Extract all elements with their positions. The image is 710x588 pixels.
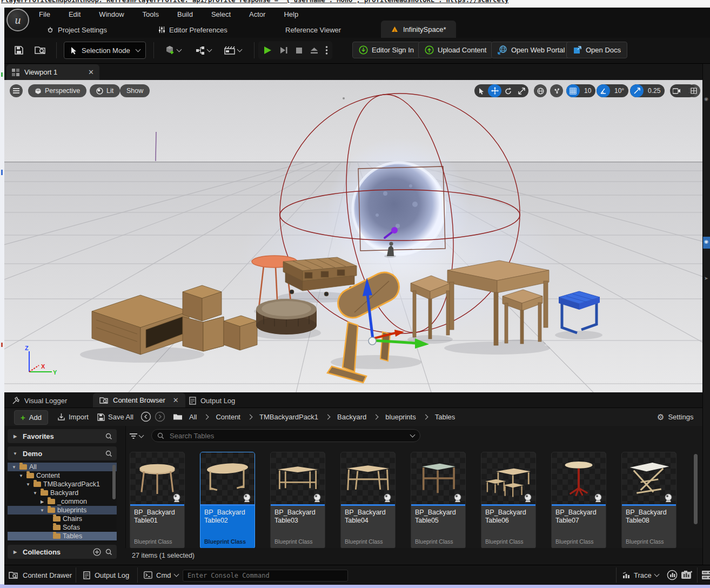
tree-arrow-icon[interactable]: ▼ [11, 465, 17, 470]
nav-back-button[interactable] [140, 411, 151, 422]
tree-item-all[interactable]: ▼ All [8, 463, 117, 471]
rotation-snap-icon[interactable] [597, 84, 610, 97]
viewport-tab-close-icon[interactable]: ✕ [88, 68, 94, 76]
tree-item-chairs[interactable]: Chairs [8, 514, 117, 523]
eject-button[interactable] [310, 46, 319, 55]
upload-content-button[interactable]: Upload Content [418, 42, 493, 58]
blueprints-button[interactable] [192, 43, 214, 58]
cmd-dropdown[interactable]: Cmd [144, 568, 178, 582]
asset-tile-bp-backyardtable05[interactable]: BP_BackyardTable05 Blueprint Class [411, 452, 466, 549]
tab-output-log[interactable]: Output Log [183, 393, 242, 408]
search-icon[interactable] [105, 433, 112, 440]
asset-tile-bp-backyardtable04[interactable]: BP_BackyardTable04 Blueprint Class [340, 452, 396, 549]
browse-content-button[interactable] [32, 43, 49, 57]
tree-scrollbar[interactable] [112, 465, 116, 499]
tree-arrow-icon[interactable]: ▼ [18, 473, 24, 478]
save-level-button[interactable] [12, 43, 26, 57]
search-input[interactable] [169, 431, 406, 440]
stop-button[interactable] [295, 46, 303, 55]
tree-item-tables[interactable]: Tables [8, 532, 117, 540]
tab-content-browser[interactable]: Content Browser ✕ [93, 393, 185, 407]
console-command-input[interactable] [183, 570, 348, 582]
search-icon[interactable] [105, 549, 112, 556]
viewport[interactable]: Z X Y Perspective [4, 80, 702, 392]
rotation-snap-value[interactable]: 10° [610, 87, 628, 95]
grid-snap-icon[interactable] [566, 84, 580, 97]
menu-help[interactable]: Help [283, 10, 299, 18]
tab-level-infinityspace[interactable]: InfinitySpace* [381, 21, 456, 38]
scale-tool[interactable] [515, 84, 528, 97]
import-button[interactable]: Import [57, 410, 89, 424]
tab-visual-logger[interactable]: Visual Logger [5, 393, 73, 408]
content-browser-close-icon[interactable]: ✕ [173, 396, 179, 404]
add-button[interactable]: + Add [14, 410, 48, 425]
tab-reference-viewer[interactable]: Reference Viewer [285, 22, 341, 38]
source-section[interactable]: ▼ Demo [8, 446, 117, 460]
search-box[interactable] [151, 429, 420, 442]
tree-arrow-icon[interactable]: ▼ [39, 508, 45, 513]
breadcrumb-blueprints[interactable]: blueprints [385, 413, 416, 421]
server-status-icon[interactable] [701, 570, 710, 580]
menu-window[interactable]: Window [98, 10, 125, 18]
asset-tile-bp-backyardtable01[interactable]: BP_BackyardTable01 Blueprint Class [130, 452, 185, 549]
collections-section[interactable]: ▶ Collections [8, 545, 117, 559]
move-tool[interactable] [488, 84, 501, 97]
scale-snap-control[interactable]: 0.25 [630, 84, 665, 97]
menu-build[interactable]: Build [176, 10, 194, 18]
breadcrumb-all[interactable]: All [189, 413, 197, 421]
grid-snap-value[interactable]: 10 [580, 87, 595, 95]
viewport-menu-button[interactable] [10, 84, 23, 97]
open-docs-button[interactable]: Open Docs [566, 42, 627, 58]
snapshot-button[interactable] [681, 570, 693, 580]
asset-tile-bp-backyardtable03[interactable]: BP_BackyardTable03 Blueprint Class [270, 452, 325, 549]
tree-item-blueprints[interactable]: ▼ blueprints [8, 506, 117, 514]
scale-snap-icon[interactable] [630, 84, 644, 97]
play-options-kebab[interactable] [325, 45, 328, 55]
asset-tile-bp-backyardtable06[interactable]: BP_BackyardTable06 Blueprint Class [481, 452, 536, 549]
grid-snap-control[interactable]: 10 [566, 84, 595, 97]
tree-item-common[interactable]: ▶ _common [8, 497, 117, 506]
viewport-tab[interactable]: Viewport 1 ✕ [6, 64, 99, 80]
content-drawer-button[interactable]: Content Drawer [9, 568, 72, 582]
unreal-logo[interactable]: u [6, 9, 29, 31]
asset-grid-scrollbar[interactable] [694, 454, 698, 524]
asset-tile-bp-backyardtable07[interactable]: BP_BackyardTable07 Blueprint Class [551, 452, 606, 549]
search-icon[interactable] [105, 450, 112, 457]
open-web-portal-button[interactable]: Open Web Portal [491, 42, 571, 58]
arrow-icon[interactable]: ➤ [704, 276, 708, 281]
filter-button[interactable] [130, 430, 143, 442]
maximize-viewport-button[interactable] [687, 84, 700, 97]
play-button[interactable] [263, 45, 272, 55]
insights-button[interactable] [667, 570, 678, 580]
camera-speed-icon[interactable] [670, 84, 684, 97]
tree-item-sofas[interactable]: Sofas [8, 523, 117, 532]
selection-mode-dropdown[interactable]: Selection Mode [64, 42, 146, 59]
rotate-tool[interactable] [501, 84, 515, 97]
breadcrumb-content[interactable]: Content [216, 413, 240, 421]
viewport-lit-dropdown[interactable]: Lit [90, 84, 120, 97]
cinematics-button[interactable] [222, 43, 244, 58]
select-tool[interactable] [474, 84, 488, 97]
menu-file[interactable]: File [38, 10, 51, 18]
breadcrumb-backyard[interactable]: Backyard [337, 413, 366, 421]
asset-tile-bp-backyardtable02-selected[interactable]: BP_BackyardTable02 Blueprint Class [200, 452, 255, 549]
tree-arrow-icon[interactable]: ▼ [32, 491, 38, 496]
breadcrumb-tables[interactable]: Tables [435, 413, 456, 421]
menu-tools[interactable]: Tools [142, 10, 160, 18]
output-log-button[interactable]: Output Log [83, 568, 129, 582]
favorites-section[interactable]: ▶ Favorites [8, 429, 117, 443]
editor-sign-in-button[interactable]: Editor Sign In [352, 42, 420, 58]
tab-editor-preferences[interactable]: Editor Preferences [158, 22, 227, 38]
trace-dropdown[interactable]: Trace [622, 568, 659, 582]
frame-skip-button[interactable] [279, 45, 289, 55]
highlighted-row[interactable]: ◉ [703, 237, 710, 249]
tab-project-settings[interactable]: Project Settings [46, 22, 107, 38]
nav-forward-button[interactable] [155, 411, 165, 422]
world-coordinate-toggle[interactable] [534, 84, 547, 97]
tree-item-tmbackyardpack1[interactable]: ▼ TMBackyardPack1 [8, 480, 117, 489]
add-collection-icon[interactable] [93, 548, 101, 556]
menu-edit[interactable]: Edit [68, 10, 82, 18]
breadcrumb-tmbackyardpack1[interactable]: TMBackyardPack1 [259, 413, 318, 421]
asset-tile-bp-backyardtable08[interactable]: BP_BackyardTable08 Blueprint Class [621, 452, 676, 549]
settings-button[interactable]: ⚙ Settings [657, 410, 693, 424]
